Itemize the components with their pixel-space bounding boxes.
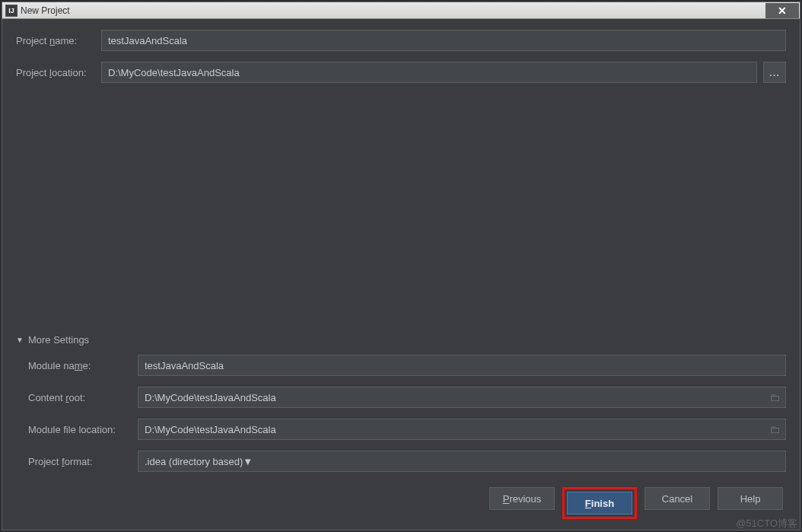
window-title: New Project	[21, 5, 70, 16]
module-file-location-input[interactable]	[138, 419, 786, 440]
dialog-content: Project name: Project location: ... ▼ Mo…	[2, 19, 800, 530]
help-button[interactable]: Help	[718, 487, 783, 510]
module-name-row: Module name:	[16, 355, 786, 376]
content-root-input[interactable]	[138, 387, 786, 408]
more-settings-toggle[interactable]: ▼ More Settings	[16, 334, 786, 346]
folder-icon[interactable]: 🗀	[769, 423, 780, 435]
project-name-row: Project name:	[16, 30, 786, 51]
project-location-label: Project location:	[16, 67, 101, 78]
app-icon: IJ	[5, 5, 18, 17]
titlebar: IJ New Project ✕	[2, 2, 800, 19]
project-format-select[interactable]: .idea (directory based) ▼	[138, 451, 786, 472]
close-button[interactable]: ✕	[765, 3, 799, 18]
project-location-row: Project location: ...	[16, 62, 786, 83]
folder-icon[interactable]: 🗀	[769, 391, 780, 403]
more-settings-label: More Settings	[28, 334, 89, 346]
dialog-footer: Previous Finish Cancel Help	[16, 483, 786, 521]
project-location-input[interactable]	[101, 62, 757, 83]
project-format-label: Project format:	[16, 456, 138, 467]
project-format-value: .idea (directory based)	[145, 456, 243, 467]
finish-button[interactable]: Finish	[567, 492, 632, 514]
project-name-input[interactable]	[101, 30, 786, 51]
browse-location-button[interactable]: ...	[763, 62, 786, 83]
chevron-down-icon: ▼	[243, 456, 253, 467]
project-name-label: Project name:	[16, 35, 101, 46]
cancel-button[interactable]: Cancel	[644, 487, 710, 510]
module-file-location-label: Module file location:	[16, 424, 138, 435]
close-icon: ✕	[778, 5, 787, 17]
chevron-down-icon: ▼	[16, 336, 24, 344]
content-root-label: Content root:	[16, 392, 138, 403]
content-root-row: Content root: 🗀	[16, 387, 786, 408]
ellipsis-icon: ...	[769, 67, 780, 78]
new-project-dialog: IJ New Project ✕ Project name: Project l…	[2, 2, 800, 530]
finish-button-highlight: Finish	[562, 487, 637, 519]
module-name-input[interactable]	[138, 355, 786, 376]
module-file-location-row: Module file location: 🗀	[16, 419, 786, 440]
more-settings-section: ▼ More Settings Module name: Content roo…	[16, 334, 786, 483]
project-format-row: Project format: .idea (directory based) …	[16, 451, 786, 472]
module-name-label: Module name:	[16, 360, 138, 371]
previous-button[interactable]: Previous	[489, 487, 555, 510]
